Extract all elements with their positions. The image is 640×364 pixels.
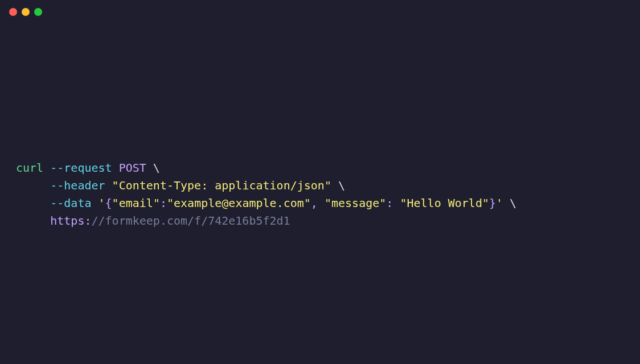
code-line-2: --header "Content-Type: application/json… [16,177,624,195]
colon-token: : [386,196,393,210]
comma-token: , [311,196,318,210]
string-quote: " [400,196,407,210]
string-quote: " [167,196,174,210]
continuation-token: \ [510,196,516,210]
string-quote: " [112,196,119,210]
string-quote: " [153,196,160,210]
json-key: email [119,196,153,210]
minimize-icon[interactable] [22,8,30,16]
code-block: curl --request POST \ --header "Content-… [0,24,640,230]
string-quote: ' [99,196,105,210]
string-quote: " [325,196,331,210]
string-quote: " [325,179,331,192]
brace-token: } [489,196,496,210]
string-quote: " [482,196,489,210]
brace-token: { [105,196,112,210]
url-scheme: https: [50,214,91,228]
json-value: example@example.com [174,196,304,210]
json-value: Hello World [407,196,482,210]
continuation-token: \ [338,179,345,192]
command-token: curl [16,161,43,175]
string-quote: " [304,196,311,210]
code-line-1: curl --request POST \ [16,159,624,177]
method-token: POST [119,161,146,175]
string-token: Content-Type: application/json [119,179,325,192]
json-key: message [331,196,379,210]
url-path: //formkeep.com/f/742e16b5f2d1 [91,214,290,228]
string-quote: ' [496,196,503,210]
flag-token: --request [50,161,112,175]
flag-token: --header [50,179,105,192]
code-line-3: --data '{"email":"example@example.com", … [16,195,624,212]
string-quote: " [112,179,119,192]
flag-token: --data [50,196,91,210]
colon-token: : [160,196,167,210]
continuation-token: \ [153,161,160,175]
string-quote: " [379,196,386,210]
code-line-4: https://formkeep.com/f/742e16b5f2d1 [16,212,624,230]
maximize-icon[interactable] [34,8,42,16]
window-titlebar [0,0,640,24]
close-icon[interactable] [9,8,17,16]
